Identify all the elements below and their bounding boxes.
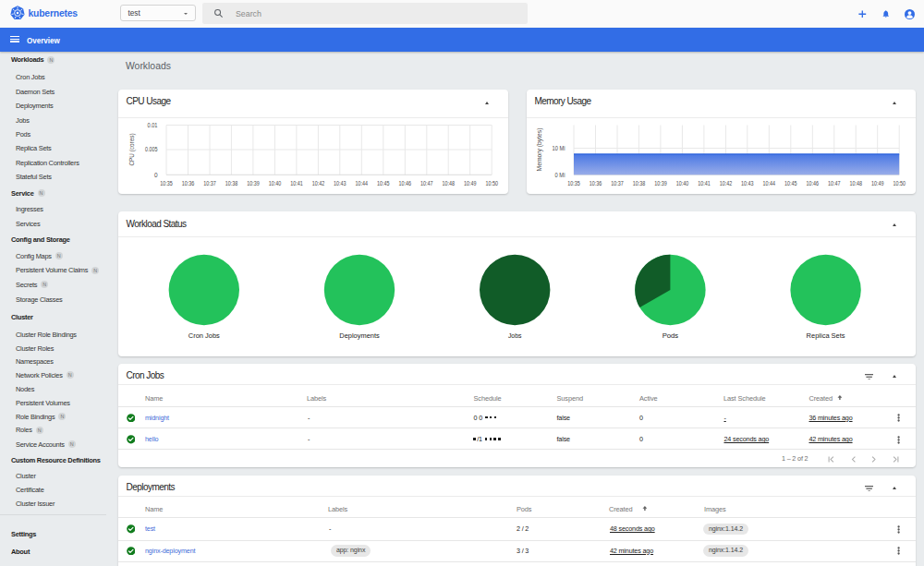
svg-text:10:48: 10:48 bbox=[849, 179, 862, 186]
svg-text:10:40: 10:40 bbox=[676, 179, 689, 186]
svg-text:10:45: 10:45 bbox=[784, 179, 797, 186]
svg-text:10:45: 10:45 bbox=[377, 179, 390, 186]
svg-text:Replica Sets: Replica Sets bbox=[807, 331, 845, 340]
svg-text:10:50: 10:50 bbox=[893, 179, 906, 186]
svg-text:10:49: 10:49 bbox=[871, 179, 884, 186]
svg-text:10:41: 10:41 bbox=[290, 179, 303, 186]
svg-text:10:40: 10:40 bbox=[269, 179, 282, 186]
svg-text:10 Mi: 10 Mi bbox=[553, 144, 565, 151]
svg-text:Jobs: Jobs bbox=[508, 331, 522, 340]
svg-text:10:42: 10:42 bbox=[720, 179, 733, 186]
svg-text:10:46: 10:46 bbox=[399, 179, 412, 186]
svg-text:10:36: 10:36 bbox=[182, 179, 195, 186]
svg-text:10:39: 10:39 bbox=[654, 179, 667, 186]
svg-text:0.01: 0.01 bbox=[148, 121, 158, 127]
svg-text:10:43: 10:43 bbox=[741, 179, 754, 186]
svg-text:10:38: 10:38 bbox=[225, 179, 238, 186]
svg-text:10:35: 10:35 bbox=[567, 179, 580, 186]
svg-text:10:42: 10:42 bbox=[312, 179, 325, 186]
svg-text:Memory (bytes): Memory (bytes) bbox=[536, 127, 543, 171]
svg-text:10:47: 10:47 bbox=[420, 179, 433, 186]
svg-text:10:37: 10:37 bbox=[203, 179, 216, 186]
svg-text:10:44: 10:44 bbox=[763, 179, 776, 186]
svg-text:10:43: 10:43 bbox=[334, 179, 346, 186]
svg-text:CPU (cores): CPU (cores) bbox=[128, 133, 136, 165]
svg-text:10:46: 10:46 bbox=[807, 179, 820, 186]
svg-text:0: 0 bbox=[154, 171, 158, 177]
svg-text:10:50: 10:50 bbox=[486, 179, 499, 186]
svg-text:10:47: 10:47 bbox=[828, 179, 841, 186]
svg-text:10:35: 10:35 bbox=[160, 179, 173, 186]
svg-text:0 Mi: 0 Mi bbox=[555, 171, 565, 177]
svg-text:10:48: 10:48 bbox=[443, 179, 456, 186]
svg-text:10:38: 10:38 bbox=[633, 179, 646, 186]
svg-text:10:49: 10:49 bbox=[464, 179, 477, 186]
svg-text:Cron Jobs: Cron Jobs bbox=[188, 331, 220, 340]
svg-text:Deployments: Deployments bbox=[339, 331, 380, 340]
svg-text:10:44: 10:44 bbox=[356, 179, 369, 186]
svg-text:10:39: 10:39 bbox=[247, 179, 260, 186]
svg-text:10:41: 10:41 bbox=[698, 179, 711, 186]
svg-text:Pods: Pods bbox=[663, 331, 679, 340]
svg-text:10:37: 10:37 bbox=[611, 179, 624, 186]
svg-text:0.005: 0.005 bbox=[145, 146, 158, 152]
svg-text:10:36: 10:36 bbox=[590, 179, 602, 186]
